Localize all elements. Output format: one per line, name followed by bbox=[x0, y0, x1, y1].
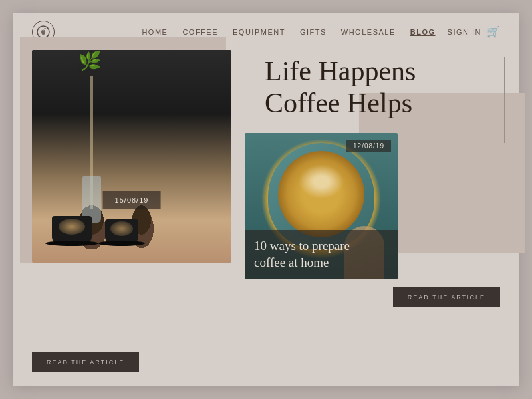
article-card-right: 12/08/19 10 ways to prepare coffee at ho… bbox=[245, 133, 500, 307]
article-image-right: 12/08/19 10 ways to prepare coffee at ho… bbox=[245, 133, 398, 279]
page-wrapper: HOME COFFEE EQUIPMENT GIFTS WHOLESALE BL… bbox=[13, 13, 519, 386]
latte-art-left bbox=[59, 219, 85, 235]
nav-item-coffee[interactable]: COFFEE bbox=[182, 28, 218, 36]
main-nav: HOME COFFEE EQUIPMENT GIFTS WHOLESALE BL… bbox=[142, 28, 435, 36]
latte-art-swirl bbox=[295, 162, 348, 201]
nav-item-blog[interactable]: BLOG bbox=[410, 28, 436, 36]
main-content: 🌿 15/08/19 READ THE ARTICLE bbox=[13, 50, 519, 386]
coffee-main-bg: 🌿 bbox=[32, 50, 231, 263]
caption-overlay: 10 ways to prepare coffee at home bbox=[245, 230, 398, 279]
article-image-left: 🌿 15/08/19 bbox=[32, 50, 231, 263]
latte-art-right bbox=[110, 221, 133, 236]
cart-icon[interactable]: 🛒 bbox=[487, 25, 500, 38]
nav-item-wholesale[interactable]: WHOLESALE bbox=[341, 28, 396, 36]
vertical-divider bbox=[504, 57, 505, 143]
article-card-left: 🌿 15/08/19 bbox=[32, 50, 231, 343]
date-overlay-right: 12/08/19 bbox=[346, 140, 391, 152]
nav-item-gifts[interactable]: GIFTS bbox=[300, 28, 327, 36]
date-overlay-left: 15/08/19 bbox=[103, 191, 161, 209]
saucer-right bbox=[98, 241, 145, 246]
left-column: 🌿 15/08/19 READ THE ARTICLE bbox=[32, 50, 231, 372]
saucer-left bbox=[45, 241, 98, 246]
caption-line2: coffee at home bbox=[254, 255, 329, 269]
right-column: Life Happens Coffee Helps 12/08/19 10 wa… bbox=[245, 50, 500, 372]
caption-line1: 10 ways to prepare bbox=[254, 239, 350, 253]
hero-title-line2: Coffee Helps bbox=[265, 87, 500, 119]
read-article-btn-left[interactable]: READ THE ARTICLE bbox=[32, 352, 139, 372]
nav-item-home[interactable]: HOME bbox=[142, 28, 168, 36]
right-btn-row: READ THE ARTICLE bbox=[245, 287, 500, 307]
flower-icon: 🌿 bbox=[78, 50, 105, 90]
signin-link[interactable]: SIGN IN bbox=[448, 28, 481, 36]
left-btn-row: READ THE ARTICLE bbox=[32, 352, 231, 372]
vase-stem bbox=[90, 76, 93, 209]
nav-item-equipment[interactable]: EQUIPMENT bbox=[233, 28, 285, 36]
read-article-btn-right[interactable]: READ THE ARTICLE bbox=[393, 287, 500, 307]
hero-title-line1: Life Happens bbox=[265, 55, 500, 87]
hero-text: Life Happens Coffee Helps bbox=[245, 50, 500, 120]
